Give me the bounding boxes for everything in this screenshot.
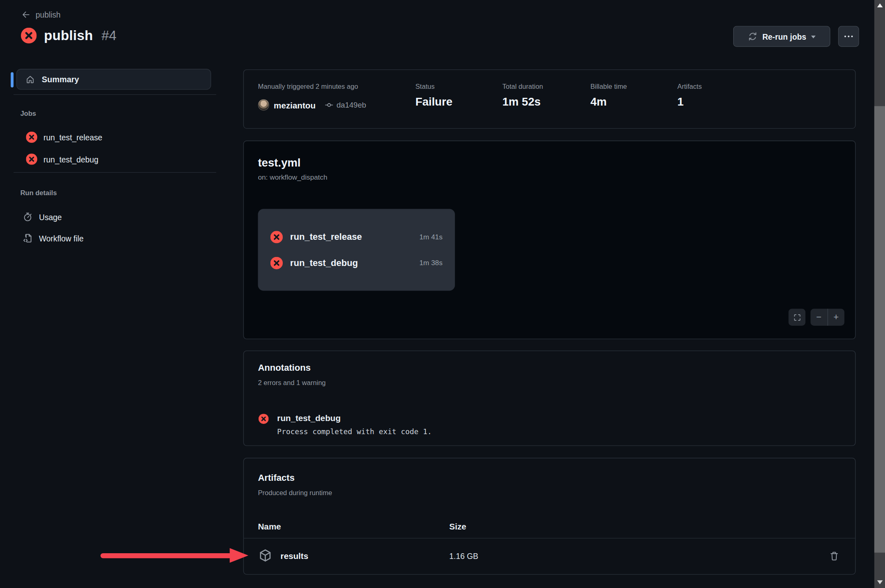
sidebar-job-run-test-release[interactable]: run_test_release [26, 131, 102, 144]
sidebar-usage-label: Usage [39, 212, 62, 221]
job-failure-icon [26, 153, 37, 165]
graph-zoom-controls: − + [811, 309, 844, 326]
trigger-info: Manually triggered 2 minutes ago [258, 82, 358, 90]
graph-fit-view-button[interactable] [788, 309, 805, 326]
sidebar-run-details-heading: Run details [20, 189, 57, 197]
job-group-box: run_test_release 1m 41s run_test_debug 1… [258, 209, 455, 291]
sidebar-jobs-heading: Jobs [20, 110, 36, 117]
annotations-card: Annotations 2 errors and 1 warning run_t… [243, 351, 856, 446]
annotation-message: Process completed with exit code 1. [277, 427, 432, 436]
annotation-arrow-head [230, 548, 248, 563]
run-options-menu-button[interactable] [838, 26, 859, 47]
avatar[interactable] [258, 99, 269, 111]
artifacts-subtitle: Produced during runtime [258, 489, 332, 497]
delete-artifact-button[interactable] [829, 550, 840, 562]
run-summary-card: Manually triggered 2 minutes ago meziant… [243, 70, 856, 129]
stat-total-duration: Total duration 1m 52s [502, 82, 543, 108]
stat-value: Failure [415, 95, 452, 108]
sidebar-item-summary[interactable]: Summary [16, 69, 211, 90]
artifacts-table-divider [244, 538, 855, 538]
commit-sha: da149eb [336, 101, 366, 109]
artifacts-title: Artifacts [258, 473, 295, 483]
graph-job-run-test-release[interactable]: run_test_release 1m 41s [270, 231, 443, 243]
sidebar-summary-label: Summary [42, 75, 79, 84]
sidebar-item-usage[interactable]: Usage [23, 210, 62, 223]
trash-icon [829, 551, 840, 561]
stat-artifacts-count: Artifacts 1 [677, 82, 702, 108]
workflow-trigger: on: workflow_dispatch [258, 173, 327, 181]
annotations-subtitle: 2 errors and 1 warning [258, 379, 326, 387]
stat-label: Billable time [590, 82, 627, 90]
sidebar-job-label: run_test_release [43, 132, 102, 142]
workflow-graph-card: test.yml on: workflow_dispatch run_test_… [243, 140, 856, 339]
annotation-arrow [101, 553, 232, 558]
page-title: publish [44, 28, 93, 44]
package-icon [259, 549, 272, 562]
chevron-down-icon [811, 36, 816, 38]
page-title-row: publish #4 [21, 28, 117, 44]
artifacts-column-size: Size [449, 522, 466, 531]
sidebar-divider [14, 172, 216, 173]
sidebar-job-run-test-debug[interactable]: run_test_debug [26, 152, 98, 166]
run-failure-icon [21, 28, 37, 44]
screen-full-icon [793, 313, 802, 322]
artifact-name[interactable]: results [281, 551, 309, 560]
annotation-item: run_test_debug Process completed with ex… [259, 413, 432, 436]
breadcrumb[interactable]: publish [21, 10, 61, 19]
workflow-run-page: publish publish #4 Re-run jobs Summary J… [0, 0, 885, 588]
zoom-out-button[interactable]: − [811, 309, 827, 326]
commit-ref[interactable]: da149eb [324, 101, 366, 110]
rerun-jobs-button[interactable]: Re-run jobs [733, 26, 830, 47]
stat-value: 4m [590, 95, 627, 108]
annotation-job-link[interactable]: run_test_debug [277, 413, 432, 423]
graph-job-duration: 1m 41s [419, 233, 443, 241]
job-failure-icon [270, 257, 283, 269]
stat-value: 1m 52s [502, 95, 543, 108]
artifact-row: results [259, 549, 309, 562]
sync-icon [748, 32, 757, 41]
stat-label: Status [415, 82, 452, 90]
rerun-jobs-label: Re-run jobs [762, 32, 806, 41]
graph-job-name: run_test_release [290, 232, 412, 242]
stat-value: 1 [677, 95, 702, 108]
actor-commit-row: meziantou da149eb [258, 99, 366, 111]
stat-label: Total duration [502, 82, 543, 90]
stat-status: Status Failure [415, 82, 452, 108]
vertical-scrollbar-thumb[interactable] [874, 106, 885, 552]
annotations-title: Annotations [258, 363, 311, 373]
scrollbar-down-arrow[interactable] [877, 580, 883, 584]
annotation-failure-icon [259, 414, 269, 436]
graph-job-name: run_test_debug [290, 258, 412, 268]
git-commit-icon [324, 101, 333, 110]
actor-login[interactable]: meziantou [274, 100, 315, 110]
sidebar-item-workflow-file[interactable]: Workflow file [23, 232, 83, 245]
file-code-icon [23, 233, 33, 243]
sidebar-divider [14, 94, 216, 95]
back-arrow-icon[interactable] [21, 10, 30, 19]
stat-billable-time: Billable time 4m [590, 82, 627, 108]
active-item-indicator [11, 72, 14, 88]
kebab-horizontal-icon [844, 36, 846, 37]
trigger-text: Manually triggered 2 minutes ago [258, 82, 358, 90]
artifact-size: 1.16 GB [449, 552, 478, 561]
job-failure-icon [26, 131, 37, 143]
stat-label: Artifacts [677, 82, 702, 90]
graph-job-duration: 1m 38s [419, 259, 443, 267]
workflow-file-name: test.yml [258, 156, 300, 169]
job-failure-icon [270, 231, 283, 243]
stopwatch-icon [23, 212, 33, 222]
sidebar-job-label: run_test_debug [43, 154, 98, 164]
scrollbar-up-arrow[interactable] [877, 3, 883, 7]
graph-job-run-test-debug[interactable]: run_test_debug 1m 38s [270, 257, 443, 269]
sidebar-workflow-file-label: Workflow file [39, 233, 83, 243]
home-icon [25, 74, 35, 84]
breadcrumb-workflow-link[interactable]: publish [36, 10, 61, 19]
artifacts-card: Artifacts Produced during runtime Name S… [243, 458, 856, 575]
run-number: #4 [101, 28, 117, 44]
artifacts-column-name: Name [258, 522, 281, 531]
zoom-in-button[interactable]: + [828, 309, 844, 326]
